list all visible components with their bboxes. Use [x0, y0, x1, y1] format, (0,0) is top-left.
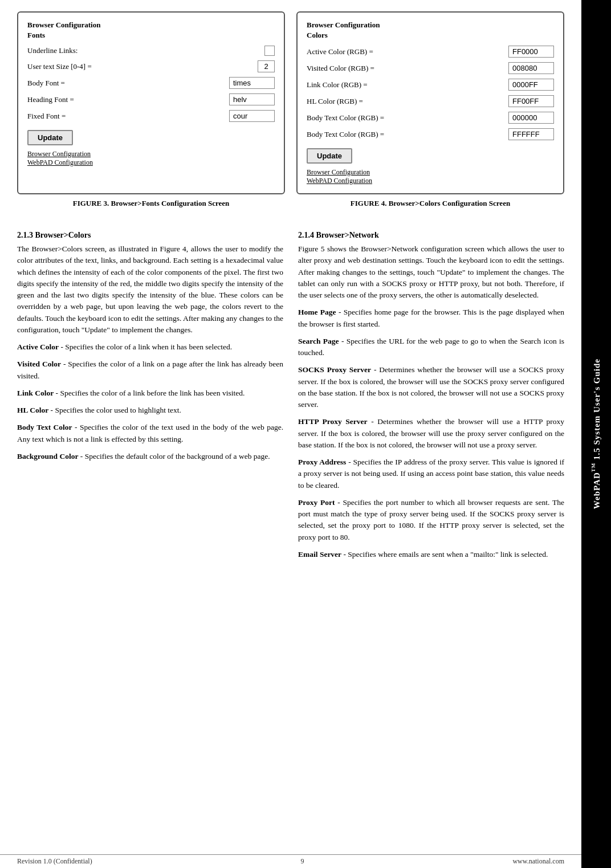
fixed-font-input[interactable] [229, 110, 275, 122]
visited-color-input[interactable] [508, 62, 554, 74]
right-figure-area: Browser Configuration Colors Active Colo… [296, 11, 564, 217]
colors-webpad-config-link[interactable]: WebPAD Configuration [307, 177, 554, 185]
active-color-desc: Active Color - Specifies the color of a … [17, 341, 283, 353]
link-color-row: Link Color (RGB) = [307, 79, 554, 91]
footer-left: Revision 1.0 (Confidential) [17, 857, 92, 866]
body-font-input[interactable] [229, 77, 275, 89]
config-box-fonts-title: Browser Configuration [27, 21, 275, 30]
body-bg-color-input[interactable] [508, 128, 554, 140]
home-page-term: Home Page [298, 308, 336, 316]
visited-color-term: Visited Color [17, 360, 61, 368]
search-page-term: Search Page [298, 337, 339, 345]
config-box-colors: Browser Configuration Colors Active Colo… [296, 11, 564, 194]
sidebar: WebPADTM 1.5 System User's Guide [581, 0, 611, 868]
user-text-size-row: User text Size [0-4] = [27, 60, 275, 72]
section-213-heading: 2.1.3 Browser>Colors [17, 231, 283, 240]
sidebar-title: WebPADTM 1.5 System User's Guide [590, 358, 602, 509]
config-box-fonts-subtitle: Fonts [27, 31, 275, 40]
footer-right: www.national.com [512, 857, 564, 866]
right-body-col: 2.1.4 Browser>Network Figure 5 shows the… [298, 229, 564, 566]
body-font-row: Body Font = [27, 77, 275, 89]
hl-color-term: HL Color [17, 406, 48, 414]
fonts-webpad-config-link[interactable]: WebPAD Configuration [27, 158, 275, 167]
section-213-intro: The Browser>Colors screen, as illustrate… [17, 243, 283, 336]
http-proxy-desc: HTTP Proxy Server - Determines whether t… [298, 416, 564, 451]
footer: Revision 1.0 (Confidential) 9 www.nation… [0, 854, 581, 868]
search-page-desc: Search Page - Specifies the URL for the … [298, 336, 564, 359]
underline-links-checkbox[interactable] [264, 46, 275, 56]
visited-color-row: Visited Color (RGB) = [307, 62, 554, 74]
body-text-color-label: Body Text Color (RGB) = [307, 113, 508, 123]
background-color-desc: Background Color - Specifies the default… [17, 451, 283, 462]
figures-row: Browser Configuration Fonts Underline Li… [17, 11, 564, 217]
active-color-row: Active Color (RGB) = [307, 46, 554, 58]
proxy-address-term: Proxy Address [298, 458, 346, 466]
heading-font-input[interactable] [229, 93, 275, 105]
left-body-col: 2.1.3 Browser>Colors The Browser>Colors … [17, 229, 283, 566]
body-bg-color-row: Body Text Color (RGB) = [307, 128, 554, 140]
active-color-input[interactable] [508, 46, 554, 58]
proxy-port-term: Proxy Port [298, 498, 335, 507]
section-214-heading: 2.1.4 Browser>Network [298, 231, 564, 240]
fonts-update-button[interactable]: Update [27, 130, 73, 145]
underline-links-row: Underline Links: [27, 46, 275, 56]
link-color-input[interactable] [508, 79, 554, 91]
figure4-caption: FIGURE 4. Browser>Colors Configuration S… [296, 199, 564, 208]
body-font-label: Body Font = [27, 79, 229, 88]
link-color-term: Link Color [17, 389, 54, 397]
footer-center: 9 [301, 857, 304, 866]
email-server-desc: Email Server - Specifies where emails ar… [298, 549, 564, 560]
left-figure-area: Browser Configuration Fonts Underline Li… [17, 11, 285, 217]
user-text-size-label: User text Size [0-4] = [27, 62, 258, 71]
config-box-colors-title: Browser Configuration [307, 21, 554, 30]
colors-update-button[interactable]: Update [307, 148, 352, 164]
colors-browser-config-link[interactable]: Browser Configuration [307, 168, 554, 177]
hl-color-label: HL Color (RGB) = [307, 97, 508, 106]
active-color-label: Active Color (RGB) = [307, 47, 508, 56]
user-text-size-input[interactable] [258, 60, 275, 72]
hl-color-input[interactable] [508, 95, 554, 107]
heading-font-row: Heading Font = [27, 93, 275, 105]
socks-proxy-desc: SOCKS Proxy Server - Determines whether … [298, 364, 564, 410]
email-server-term: Email Server [298, 550, 341, 559]
section-214-intro: Figure 5 shows the Browser>Network confi… [298, 243, 564, 301]
body-columns: 2.1.3 Browser>Colors The Browser>Colors … [17, 229, 564, 566]
figure3-caption: FIGURE 3. Browser>Fonts Configuration Sc… [17, 199, 285, 208]
config-box-fonts: Browser Configuration Fonts Underline Li… [17, 11, 285, 194]
socks-proxy-term: SOCKS Proxy Server [298, 365, 371, 374]
body-text-color-term: Body Text Color [17, 423, 72, 431]
visited-color-label: Visited Color (RGB) = [307, 64, 508, 73]
link-color-label: Link Color (RGB) = [307, 80, 508, 89]
underline-links-label: Underline Links: [27, 46, 264, 55]
active-color-term: Active Color [17, 343, 59, 351]
fonts-browser-config-link[interactable]: Browser Configuration [27, 150, 275, 158]
body-text-color-input[interactable] [508, 112, 554, 124]
proxy-port-desc: Proxy Port - Specifies the port number t… [298, 497, 564, 543]
heading-font-label: Heading Font = [27, 95, 229, 104]
proxy-address-desc: Proxy Address - Specifies the IP address… [298, 457, 564, 491]
link-color-desc: Link Color - Specifies the color of a li… [17, 388, 283, 399]
home-page-desc: Home Page - Specifies home page for the … [298, 307, 564, 330]
fixed-font-label: Fixed Font = [27, 112, 229, 121]
hl-color-row: HL Color (RGB) = [307, 95, 554, 107]
visited-color-desc: Visited Color - Specifies the color of a… [17, 358, 283, 382]
body-text-color-row: Body Text Color (RGB) = [307, 112, 554, 124]
body-bg-color-label: Body Text Color (RGB) = [307, 130, 508, 139]
body-text-color-desc: Body Text Color - Specifies the color of… [17, 422, 283, 445]
background-color-term: Background Color [17, 452, 78, 461]
http-proxy-term: HTTP Proxy Server [298, 417, 368, 426]
hl-color-desc: HL Color - Specifies the color used to h… [17, 405, 283, 416]
main-content: Browser Configuration Fonts Underline Li… [0, 0, 581, 577]
config-box-colors-subtitle: Colors [307, 31, 554, 40]
fixed-font-row: Fixed Font = [27, 110, 275, 122]
